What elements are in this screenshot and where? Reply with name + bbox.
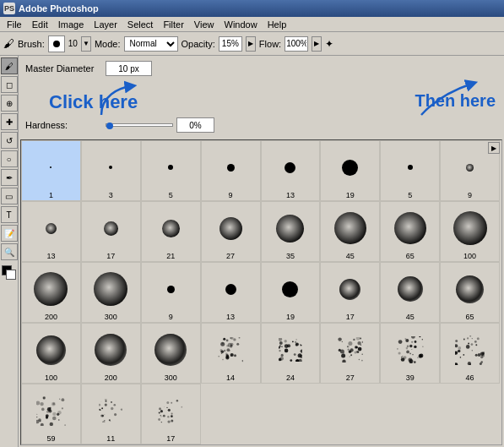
brush-cell[interactable]: 200	[81, 323, 141, 384]
flow-input[interactable]	[285, 36, 308, 52]
brush-cell[interactable]: 39	[380, 323, 440, 384]
brush-shape	[168, 165, 173, 170]
svg-point-1	[234, 354, 236, 357]
brush-cell[interactable]: 27	[201, 201, 261, 262]
brush-cell[interactable]: 13	[201, 262, 261, 323]
brush-cell[interactable]: 11	[81, 384, 141, 444]
menu-select[interactable]: Select	[122, 19, 159, 30]
hardness-input[interactable]	[176, 117, 214, 133]
brush-cell[interactable]: 9	[201, 140, 261, 201]
brush-cell[interactable]: 27	[320, 323, 380, 384]
brush-shape	[334, 212, 366, 244]
tool-zoom[interactable]: 🔍	[1, 243, 18, 260]
brush-cell[interactable]: 45	[320, 201, 380, 262]
tool-brush[interactable]: 🖌	[1, 57, 18, 74]
svg-point-57	[300, 344, 301, 345]
brush-cell[interactable]: 100	[440, 201, 500, 262]
menu-file[interactable]: File	[2, 19, 27, 30]
brush-size-label: 65	[466, 313, 474, 321]
hardness-slider[interactable]	[106, 123, 173, 127]
brush-cell[interactable]: 100	[21, 323, 81, 384]
menu-view[interactable]: View	[189, 19, 219, 30]
brush-preview-cell	[263, 264, 318, 313]
svg-point-58	[281, 346, 282, 347]
brush-cell[interactable]: 21	[141, 201, 201, 262]
brush-cell[interactable]: 13	[261, 140, 321, 201]
svg-point-64	[342, 341, 343, 342]
tool-smudge[interactable]: ↺	[1, 132, 18, 149]
brush-cell[interactable]: 24	[261, 323, 321, 384]
brush-cell[interactable]: 14	[201, 323, 261, 384]
expand-button[interactable]: ▶	[488, 142, 500, 154]
brush-cell[interactable]: 13	[21, 201, 81, 262]
brush-preview-cell	[382, 264, 437, 313]
tool-pen[interactable]: ✒	[1, 169, 18, 186]
brush-cell[interactable]: 200	[21, 262, 81, 323]
hardness-slider-container[interactable]	[106, 117, 214, 133]
brush-cell[interactable]: 5	[141, 140, 201, 201]
svg-point-65	[355, 346, 357, 348]
brush-tool-icon[interactable]: 🖌	[3, 37, 14, 50]
brush-cell[interactable]: 45	[380, 262, 440, 323]
brush-size-label: 13	[46, 253, 55, 260]
brush-grid[interactable]: 1359131959131721273545651002003009131917…	[21, 140, 501, 444]
background-color[interactable]	[6, 270, 16, 280]
brush-cell[interactable]: 17	[320, 262, 380, 323]
tool-dodge[interactable]: ○	[1, 150, 18, 167]
menu-edit[interactable]: Edit	[27, 19, 53, 30]
svg-point-158	[36, 401, 40, 405]
menu-filter[interactable]: Filter	[158, 19, 188, 30]
svg-point-74	[338, 337, 341, 341]
brush-cell[interactable]: 17	[81, 201, 141, 262]
brush-shape	[279, 338, 302, 362]
menu-window[interactable]: Window	[219, 19, 263, 30]
brush-cell[interactable]: 3	[81, 140, 141, 201]
brush-cell[interactable]: 59	[21, 384, 81, 444]
brush-cell[interactable]: 65	[380, 201, 440, 262]
diameter-input[interactable]	[106, 61, 152, 76]
svg-point-125	[458, 346, 461, 350]
svg-point-26	[242, 360, 244, 362]
brush-size-label: 300	[105, 313, 117, 321]
svg-point-76	[354, 351, 356, 353]
brush-size-label: 19	[346, 192, 355, 199]
svg-point-167	[51, 401, 56, 406]
tool-heal[interactable]: ✚	[1, 113, 18, 130]
brush-preview-cell	[144, 386, 198, 435]
brush-cell[interactable]: 19	[261, 262, 321, 323]
brush-shape	[162, 220, 180, 237]
brush-cell[interactable]: 1	[21, 140, 81, 201]
brush-cell[interactable]: 9	[141, 262, 201, 323]
menu-layer[interactable]: Layer	[89, 19, 122, 30]
svg-point-100	[409, 353, 411, 355]
mode-select[interactable]: Normal Dissolve Multiply	[124, 36, 178, 52]
flow-arrow[interactable]: ▶	[312, 36, 322, 52]
brush-cell[interactable]: 300	[81, 262, 141, 323]
brush-preview[interactable]	[48, 35, 65, 52]
brush-cell[interactable]: 19	[320, 140, 380, 201]
svg-point-72	[349, 351, 351, 353]
menu-image[interactable]: Image	[53, 19, 89, 30]
tool-eraser[interactable]: ◻	[1, 76, 18, 93]
svg-point-118	[403, 356, 406, 359]
tool-type[interactable]: T	[1, 206, 18, 223]
tool-rect[interactable]: ▭	[1, 188, 18, 204]
opacity-arrow[interactable]: ▶	[246, 36, 256, 52]
brush-cell[interactable]: 5	[380, 140, 440, 201]
svg-point-152	[62, 407, 63, 409]
brush-cell[interactable]: 300	[141, 323, 201, 384]
brush-cell[interactable]: 35	[261, 201, 321, 262]
menu-help[interactable]: Help	[263, 19, 292, 30]
airbrush-icon[interactable]: ✦	[325, 38, 333, 50]
brush-cell[interactable]: 46	[440, 323, 500, 384]
annotation-section: Click here Then here	[25, 79, 497, 117]
tool-notes[interactable]: 📝	[1, 225, 18, 242]
svg-point-18	[226, 345, 229, 347]
brush-cell[interactable]: 17	[141, 384, 201, 444]
tool-clone[interactable]: ⊕	[1, 95, 18, 112]
brush-size-label: 13	[286, 192, 295, 199]
brush-dropdown-arrow[interactable]: ▼	[81, 36, 91, 52]
brush-preview-cell	[24, 204, 79, 253]
brush-cell[interactable]: 65	[440, 262, 500, 323]
opacity-input[interactable]	[219, 36, 242, 52]
